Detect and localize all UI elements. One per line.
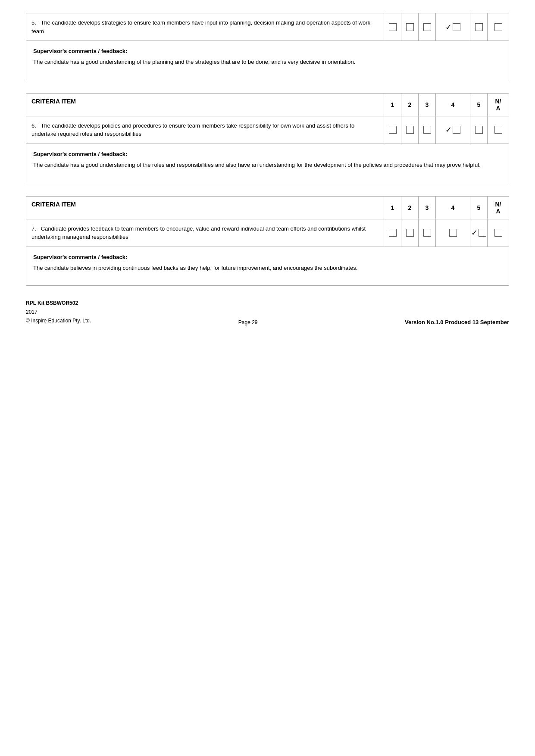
item5-feedback-title: Supervisor's comments / feedback:	[33, 48, 502, 54]
item5-col4[interactable]: ✓	[435, 13, 470, 41]
checkbox-item7-colna[interactable]	[494, 229, 502, 237]
checkbox-item7-col5b[interactable]	[479, 229, 486, 237]
item7-col1[interactable]	[384, 219, 401, 247]
checkbox-item6-col3[interactable]	[423, 126, 431, 134]
section3-header-5: 5	[470, 197, 487, 219]
section-item7: CRITERIA ITEM 1 2 3 4 5 N/ A 7. Candidat…	[26, 196, 509, 286]
checkbox-item6-col2[interactable]	[406, 126, 414, 134]
item6-col4-group: ✓	[445, 125, 460, 134]
item7-colna[interactable]	[487, 219, 509, 247]
item6-col5[interactable]	[470, 116, 487, 144]
item6-feedback-title: Supervisor's comments / feedback:	[33, 151, 502, 157]
checkbox-item5-col4b[interactable]	[453, 23, 460, 31]
section2-header-1: 1	[384, 94, 401, 116]
item5-col5[interactable]	[470, 13, 487, 41]
item5-col3[interactable]	[418, 13, 435, 41]
checkbox-item5-col5[interactable]	[475, 23, 483, 31]
checkbox-item7-col1[interactable]	[389, 229, 397, 237]
checkmark-item5: ✓	[445, 22, 452, 32]
item6-col4[interactable]: ✓	[435, 116, 470, 144]
section3-header-1: 1	[384, 197, 401, 219]
item7-col5-group: ✓	[471, 228, 486, 237]
section3-header-na: N/ A	[487, 197, 509, 219]
checkbox-item6-col5[interactable]	[475, 126, 483, 134]
checkbox-item7-col4[interactable]	[449, 229, 457, 237]
item7-col4[interactable]	[435, 219, 470, 247]
checkbox-item5-col1[interactable]	[389, 23, 397, 31]
section3-header-label: CRITERIA ITEM	[26, 197, 384, 219]
section2-header-5: 5	[470, 94, 487, 116]
checkbox-item5-colna[interactable]	[494, 23, 502, 31]
item6-row: 6. The candidate develops policies and p…	[26, 116, 509, 144]
footer-kit-name: RPL Kit BSBWOR502	[26, 299, 91, 307]
item5-row: 5. The candidate develops strategies to …	[26, 13, 509, 41]
item6-col2[interactable]	[401, 116, 418, 144]
checkbox-item7-col2[interactable]	[406, 229, 414, 237]
item5-col2[interactable]	[401, 13, 418, 41]
item5-col1[interactable]	[384, 13, 401, 41]
item5-colna[interactable]	[487, 13, 509, 41]
checkmark-item7: ✓	[471, 228, 478, 237]
item7-feedback: Supervisor's comments / feedback: The ca…	[26, 247, 509, 286]
section3-header-2: 2	[401, 197, 418, 219]
item5-num: 5.	[31, 19, 36, 26]
item7-row: 7. Candidate provides feedback to team m…	[26, 219, 509, 247]
section2-header-3: 3	[418, 94, 435, 116]
item6-text: 6. The candidate develops policies and p…	[26, 116, 384, 144]
item6-col1[interactable]	[384, 116, 401, 144]
section2-header-2: 2	[401, 94, 418, 116]
item7-num: 7.	[31, 225, 36, 232]
checkbox-item6-colna[interactable]	[494, 126, 502, 134]
section2-header: CRITERIA ITEM 1 2 3 4 5 N/ A	[26, 94, 509, 116]
footer-version: Version No.1.0 Produced 13 September	[405, 319, 509, 325]
section2-header-label: CRITERIA ITEM	[26, 94, 384, 116]
checkbox-item6-col1[interactable]	[389, 126, 397, 134]
footer-left: RPL Kit BSBWOR502 2017 © Inspire Educati…	[26, 299, 91, 325]
checkbox-item5-col3[interactable]	[423, 23, 431, 31]
section3-header: CRITERIA ITEM 1 2 3 4 5 N/ A	[26, 197, 509, 219]
section-item5: 5. The candidate develops strategies to …	[26, 13, 509, 80]
footer-page: Page 29	[238, 319, 258, 325]
item5-feedback-text: The candidate has a good understanding o…	[33, 58, 502, 67]
footer-copyright: © Inspire Education Pty. Ltd.	[26, 316, 91, 325]
item6-col3[interactable]	[418, 116, 435, 144]
item7-feedback-title: Supervisor's comments / feedback:	[33, 254, 502, 260]
item5-text: 5. The candidate develops strategies to …	[26, 13, 384, 41]
item7-col3[interactable]	[418, 219, 435, 247]
footer-year: 2017	[26, 308, 91, 316]
checkbox-item5-col2[interactable]	[406, 23, 414, 31]
item5-feedback: Supervisor's comments / feedback: The ca…	[26, 41, 509, 80]
item7-col2[interactable]	[401, 219, 418, 247]
item6-feedback-text: The candidate has a good understanding o…	[33, 161, 502, 170]
checkbox-item7-col3[interactable]	[423, 229, 431, 237]
item7-text: 7. Candidate provides feedback to team m…	[26, 219, 384, 247]
page-footer: RPL Kit BSBWOR502 2017 © Inspire Educati…	[26, 299, 509, 325]
item6-num: 6.	[31, 122, 36, 129]
checkbox-item6-col4b[interactable]	[453, 126, 460, 134]
checkmark-item6: ✓	[445, 125, 452, 134]
section2-header-na: N/ A	[487, 94, 509, 116]
item5-col4-group: ✓	[445, 22, 460, 32]
section3-header-4: 4	[435, 197, 470, 219]
section3-header-3: 3	[418, 197, 435, 219]
section-item6: CRITERIA ITEM 1 2 3 4 5 N/ A 6. The cand…	[26, 93, 509, 183]
item7-col5[interactable]: ✓	[470, 219, 487, 247]
item6-feedback: Supervisor's comments / feedback: The ca…	[26, 144, 509, 183]
section2-header-4: 4	[435, 94, 470, 116]
item6-colna[interactable]	[487, 116, 509, 144]
item7-feedback-text: The candidate believes in providing cont…	[33, 264, 502, 273]
